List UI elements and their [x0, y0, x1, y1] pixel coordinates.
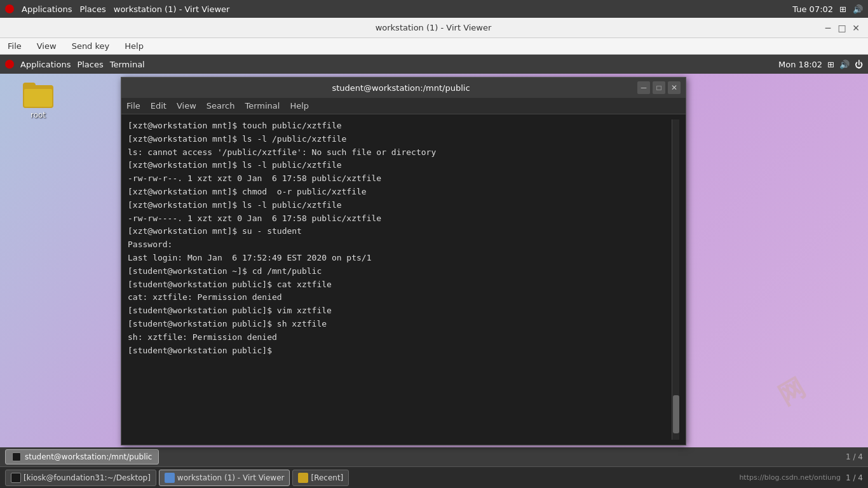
- virt-taskbar: student@workstation:/mnt/public 1 / 4: [0, 447, 868, 466]
- sys-task-kiosk-label: [kiosk@foundation31:~/Desktop]: [24, 473, 151, 482]
- desktop-icon-root[interactable]: root: [20, 80, 56, 122]
- virt-page-indicator: 1 / 4: [846, 452, 863, 461]
- sys-task-kiosk-icon: [11, 473, 21, 483]
- terminal-content-area[interactable]: [xzt@workstation mnt]$ touch public/xztf…: [121, 114, 686, 445]
- desktop-area: Applications Places Terminal Mon 18:02 ⊞…: [0, 55, 868, 447]
- desktop-icons-panel: root: [0, 74, 76, 447]
- watermark: 网: [772, 370, 811, 414]
- sys-task-virt-icon: [165, 473, 175, 483]
- virt-menu-sendkey[interactable]: Send key: [69, 40, 112, 52]
- terminal-title-text: student@workstation:/mnt/public: [165, 83, 637, 93]
- folder-icon: [23, 83, 53, 108]
- host-top-bar-right: Tue 07:02 ⊞ 🔊: [792, 4, 863, 14]
- virt-title-btns-right[interactable]: ─ □ ✕: [822, 22, 862, 34]
- term-menu-search[interactable]: Search: [207, 101, 235, 111]
- system-taskbar: [kiosk@foundation31:~/Desktop] workstati…: [0, 466, 868, 488]
- virt-menu-help[interactable]: Help: [122, 40, 146, 52]
- terminal-title-bar: student@workstation:/mnt/public ─ □ ✕: [121, 78, 686, 98]
- virt-task-terminal-label: student@workstation:/mnt/public: [25, 452, 152, 461]
- host-display-icon: ⊞: [839, 4, 846, 14]
- desktop-content: root student@workstation:/mnt/public ─ □…: [0, 74, 868, 447]
- sys-task-virt[interactable]: workstation (1) - Virt Viewer: [159, 470, 290, 486]
- gnome-time: Mon 18:02: [778, 60, 822, 69]
- term-menu-help[interactable]: Help: [290, 101, 309, 111]
- host-top-bar: Applications Places workstation (1) - Vi…: [0, 0, 868, 18]
- terminal-title-buttons[interactable]: ─ □ ✕: [637, 81, 681, 94]
- sys-task-recent-label: [Recent]: [311, 473, 343, 482]
- host-top-bar-left: Applications Places workstation (1) - Vi…: [5, 4, 229, 14]
- virt-minimize-button[interactable]: ─: [822, 22, 834, 34]
- terminal-menu-bar: File Edit View Search Terminal Help: [121, 98, 686, 114]
- host-time: Tue 07:02: [792, 4, 833, 14]
- host-applications-menu[interactable]: Applications: [22, 4, 72, 14]
- terminal-scrollbar[interactable]: [672, 119, 679, 440]
- virt-window-title: workstation (1) - Virt Viewer: [44, 23, 822, 32]
- terminal-window: student@workstation:/mnt/public ─ □ ✕ Fi…: [121, 77, 686, 445]
- term-menu-view[interactable]: View: [177, 101, 196, 111]
- gnome-terminal-menu[interactable]: Terminal: [110, 60, 145, 69]
- virt-menu-bar: File View Send key Help: [0, 38, 868, 55]
- sys-task-count: 1 / 4: [846, 473, 863, 482]
- term-menu-file[interactable]: File: [126, 101, 140, 111]
- terminal-maximize-button[interactable]: □: [653, 81, 665, 94]
- gnome-app-icon: [5, 60, 14, 69]
- sys-task-kiosk[interactable]: [kiosk@foundation31:~/Desktop]: [5, 470, 156, 486]
- sys-task-virt-label: workstation (1) - Virt Viewer: [177, 473, 285, 482]
- folder-front: [24, 89, 52, 107]
- term-menu-edit[interactable]: Edit: [151, 101, 166, 111]
- gnome-places-menu[interactable]: Places: [77, 60, 103, 69]
- host-places-menu[interactable]: Places: [79, 4, 105, 14]
- gnome-top-bar: Applications Places Terminal Mon 18:02 ⊞…: [0, 55, 868, 74]
- gnome-display-icon: ⊞: [827, 60, 834, 69]
- gnome-top-right: Mon 18:02 ⊞ 🔊 ⏻: [778, 60, 863, 69]
- host-volume-icon[interactable]: 🔊: [853, 4, 863, 14]
- gnome-top-left: Applications Places Terminal: [5, 60, 145, 69]
- virt-task-terminal[interactable]: student@workstation:/mnt/public: [5, 449, 159, 464]
- virt-menu-file[interactable]: File: [5, 40, 24, 52]
- host-window-title: workstation (1) - Virt Viewer: [114, 4, 230, 14]
- terminal-scrollbar-thumb[interactable]: [673, 395, 679, 433]
- sys-task-recent-icon: [298, 473, 308, 483]
- sys-task-url: https://blog.csdn.net/ontiung: [739, 473, 841, 482]
- terminal-minimize-button[interactable]: ─: [637, 81, 650, 94]
- terminal-close-button[interactable]: ✕: [668, 81, 681, 94]
- gnome-volume-icon[interactable]: 🔊: [839, 60, 850, 69]
- virt-task-terminal-icon: [12, 452, 21, 461]
- virt-maximize-button[interactable]: □: [836, 22, 848, 34]
- virt-menu-view[interactable]: View: [34, 40, 59, 52]
- term-menu-terminal[interactable]: Terminal: [245, 101, 280, 111]
- host-app-icon: [5, 4, 14, 13]
- virt-close-button[interactable]: ✕: [850, 22, 862, 34]
- sys-task-recent[interactable]: [Recent]: [292, 470, 349, 486]
- gnome-power-icon[interactable]: ⏻: [855, 60, 863, 69]
- gnome-applications-menu[interactable]: Applications: [20, 60, 71, 69]
- desktop-icon-root-label: root: [31, 111, 46, 119]
- virt-title-bar: workstation (1) - Virt Viewer ─ □ ✕: [0, 18, 868, 38]
- terminal-output: [xzt@workstation mnt]$ touch public/xztf…: [128, 119, 672, 440]
